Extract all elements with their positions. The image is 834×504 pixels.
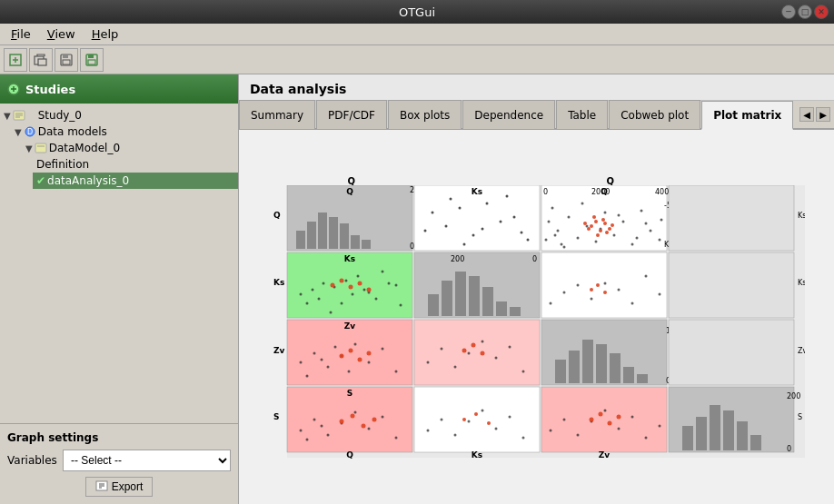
- svg-rect-167: [414, 320, 540, 385]
- svg-rect-189: [669, 320, 794, 385]
- svg-text:Q: Q: [273, 211, 281, 220]
- svg-point-135: [549, 302, 551, 305]
- svg-point-82: [660, 219, 662, 222]
- svg-point-77: [581, 203, 583, 205]
- export-icon: [95, 480, 108, 493]
- tree-item-dataanalysis0[interactable]: ✔ dataAnalysis_0: [33, 173, 238, 189]
- svg-point-160: [333, 346, 336, 349]
- svg-point-108: [394, 284, 397, 287]
- svg-point-121: [357, 282, 362, 286]
- svg-text:Ks: Ks: [471, 450, 482, 460]
- svg-text:Ks: Ks: [471, 187, 482, 196]
- svg-point-63: [556, 230, 559, 232]
- tab-prev-button[interactable]: ◀: [799, 107, 814, 122]
- new-button[interactable]: [4, 48, 27, 72]
- tab-dependence[interactable]: Dependence: [462, 100, 555, 129]
- svg-point-192: [299, 430, 302, 432]
- svg-rect-28: [296, 231, 305, 249]
- export-label: Export: [112, 480, 144, 493]
- svg-rect-4: [38, 59, 46, 65]
- sidebar-header: Studies: [0, 74, 238, 104]
- svg-rect-30: [318, 212, 327, 249]
- svg-point-116: [387, 282, 390, 285]
- study0-label: Study_0: [38, 109, 82, 122]
- svg-point-141: [630, 302, 633, 305]
- tab-cobweb[interactable]: Cobweb plot: [609, 100, 700, 129]
- tab-next-button[interactable]: ▶: [816, 107, 830, 122]
- svg-text:Ks: Ks: [798, 212, 805, 220]
- svg-rect-242: [750, 435, 761, 450]
- svg-point-204: [361, 424, 365, 429]
- tab-table-label: Table: [568, 109, 596, 122]
- tree-item-study0[interactable]: ▼ Study_0: [0, 107, 238, 124]
- svg-point-229: [644, 437, 647, 440]
- svg-rect-31: [329, 217, 338, 249]
- svg-point-144: [590, 288, 593, 292]
- svg-point-231: [589, 418, 593, 422]
- menu-file[interactable]: File: [4, 25, 38, 43]
- tree-item-definition[interactable]: Definition: [33, 156, 238, 173]
- tab-boxplots-label: Box plots: [400, 109, 450, 122]
- save-button[interactable]: [80, 48, 104, 72]
- svg-point-102: [322, 282, 324, 285]
- svg-point-89: [596, 233, 600, 237]
- svg-rect-29: [307, 222, 316, 249]
- tab-plotmatrix-label: Plot matrix: [713, 109, 781, 122]
- plot-matrix-container: Q Q: [269, 176, 805, 458]
- svg-point-151: [313, 352, 315, 355]
- svg-point-212: [467, 420, 470, 423]
- svg-point-104: [344, 280, 347, 282]
- svg-point-164: [357, 358, 362, 362]
- close-button[interactable]: ✕: [814, 5, 829, 19]
- tab-pdfcdf[interactable]: PDF/CDF: [316, 100, 387, 129]
- svg-point-137: [576, 284, 579, 287]
- svg-point-52: [520, 232, 522, 234]
- svg-point-65: [576, 237, 579, 240]
- tab-summary-label: Summary: [251, 109, 303, 122]
- svg-point-74: [658, 239, 660, 242]
- svg-rect-186: [637, 374, 648, 383]
- svg-text:Ks: Ks: [798, 279, 805, 287]
- svg-point-201: [320, 425, 323, 428]
- plot-area: Q Q: [239, 130, 834, 504]
- studies-icon: [7, 83, 20, 95]
- svg-rect-125: [428, 294, 439, 316]
- variables-select[interactable]: -- Select --: [63, 450, 231, 471]
- open-button[interactable]: [29, 48, 53, 72]
- svg-point-136: [562, 292, 565, 294]
- menu-view[interactable]: View: [40, 25, 83, 43]
- svg-rect-7: [63, 60, 70, 64]
- svg-point-163: [348, 349, 352, 353]
- tab-summary[interactable]: Summary: [239, 100, 315, 129]
- svg-rect-129: [482, 287, 493, 316]
- tab-boxplots[interactable]: Box plots: [388, 100, 462, 129]
- svg-rect-185: [623, 367, 634, 383]
- menu-help[interactable]: Help: [84, 25, 126, 43]
- svg-point-64: [567, 216, 570, 219]
- tab-plotmatrix[interactable]: Plot matrix: [701, 101, 793, 130]
- export-button[interactable]: Export: [85, 477, 154, 497]
- svg-point-200: [305, 439, 308, 441]
- toolbar: [0, 45, 834, 74]
- tree-item-datamodel0[interactable]: ▼ DataModel_0: [22, 140, 238, 156]
- svg-point-227: [617, 428, 620, 430]
- svg-point-177: [471, 343, 475, 348]
- minimize-button[interactable]: ─: [781, 5, 796, 19]
- svg-point-139: [603, 282, 606, 285]
- svg-point-119: [339, 279, 343, 283]
- svg-rect-9: [88, 54, 94, 58]
- svg-rect-130: [496, 301, 507, 316]
- svg-point-152: [326, 366, 329, 369]
- svg-point-146: [603, 291, 607, 294]
- svg-point-76: [562, 246, 565, 249]
- definition-label: Definition: [36, 158, 89, 171]
- svg-point-47: [423, 230, 426, 232]
- svg-point-92: [611, 223, 614, 227]
- save-as-button[interactable]: [55, 48, 78, 72]
- maximize-button[interactable]: □: [798, 5, 812, 19]
- svg-point-67: [594, 241, 597, 243]
- tab-table[interactable]: Table: [556, 100, 608, 129]
- svg-rect-126: [442, 281, 452, 316]
- tree-item-datamodels[interactable]: ▼ D Data models: [11, 124, 238, 140]
- arrow-datamodel0: ▼: [25, 143, 33, 153]
